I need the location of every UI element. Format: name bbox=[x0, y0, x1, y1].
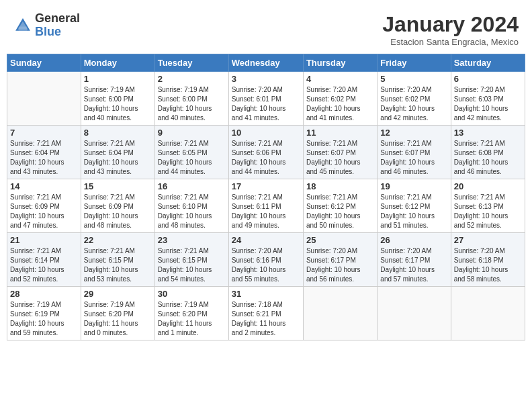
day-info: Sunrise: 7:20 AM Sunset: 6:16 PM Dayligh… bbox=[232, 246, 300, 284]
day-number: 4 bbox=[306, 74, 374, 84]
day-cell: 20Sunrise: 7:21 AM Sunset: 6:13 PM Dayli… bbox=[451, 179, 525, 233]
day-number: 14 bbox=[10, 181, 78, 191]
col-header-saturday: Saturday bbox=[451, 54, 525, 72]
day-number: 11 bbox=[306, 128, 374, 138]
day-number: 26 bbox=[380, 235, 447, 245]
day-number: 22 bbox=[84, 235, 152, 245]
day-cell: 13Sunrise: 7:21 AM Sunset: 6:08 PM Dayli… bbox=[451, 126, 525, 179]
day-cell: 4Sunrise: 7:20 AM Sunset: 6:02 PM Daylig… bbox=[303, 72, 377, 126]
day-info: Sunrise: 7:21 AM Sunset: 6:04 PM Dayligh… bbox=[84, 139, 152, 177]
col-header-monday: Monday bbox=[81, 54, 154, 72]
day-info: Sunrise: 7:20 AM Sunset: 6:17 PM Dayligh… bbox=[380, 246, 447, 284]
logo-icon bbox=[13, 16, 32, 35]
day-cell: 7Sunrise: 7:21 AM Sunset: 6:04 PM Daylig… bbox=[7, 126, 81, 179]
day-info: Sunrise: 7:21 AM Sunset: 6:08 PM Dayligh… bbox=[454, 139, 522, 177]
day-info: Sunrise: 7:19 AM Sunset: 6:19 PM Dayligh… bbox=[10, 300, 78, 338]
day-info: Sunrise: 7:21 AM Sunset: 6:07 PM Dayligh… bbox=[306, 139, 374, 177]
day-number: 12 bbox=[380, 128, 447, 138]
page-header: General Blue January 2024 Estacion Santa… bbox=[7, 7, 525, 50]
logo: General Blue bbox=[13, 12, 80, 39]
day-number: 5 bbox=[380, 74, 447, 84]
logo-blue: Blue bbox=[35, 26, 80, 39]
day-cell: 23Sunrise: 7:21 AM Sunset: 6:15 PM Dayli… bbox=[154, 233, 228, 287]
day-cell: 3Sunrise: 7:20 AM Sunset: 6:01 PM Daylig… bbox=[228, 72, 303, 126]
day-cell: 6Sunrise: 7:20 AM Sunset: 6:03 PM Daylig… bbox=[451, 72, 525, 126]
day-cell: 15Sunrise: 7:21 AM Sunset: 6:09 PM Dayli… bbox=[81, 179, 154, 233]
day-info: Sunrise: 7:19 AM Sunset: 6:20 PM Dayligh… bbox=[84, 300, 152, 338]
day-number: 9 bbox=[158, 128, 226, 138]
day-info: Sunrise: 7:21 AM Sunset: 6:11 PM Dayligh… bbox=[232, 193, 300, 230]
day-number: 31 bbox=[232, 289, 300, 299]
day-number: 6 bbox=[454, 74, 522, 84]
day-cell: 26Sunrise: 7:20 AM Sunset: 6:17 PM Dayli… bbox=[378, 233, 451, 287]
day-cell: 25Sunrise: 7:20 AM Sunset: 6:17 PM Dayli… bbox=[303, 233, 377, 287]
day-cell: 24Sunrise: 7:20 AM Sunset: 6:16 PM Dayli… bbox=[228, 233, 303, 287]
day-info: Sunrise: 7:21 AM Sunset: 6:12 PM Dayligh… bbox=[306, 193, 374, 230]
day-cell: 31Sunrise: 7:18 AM Sunset: 6:21 PM Dayli… bbox=[228, 287, 303, 340]
day-info: Sunrise: 7:21 AM Sunset: 6:06 PM Dayligh… bbox=[232, 139, 300, 177]
day-number: 24 bbox=[232, 235, 300, 245]
month-title: January 2024 bbox=[382, 12, 519, 37]
day-info: Sunrise: 7:20 AM Sunset: 6:02 PM Dayligh… bbox=[306, 85, 374, 123]
day-info: Sunrise: 7:21 AM Sunset: 6:15 PM Dayligh… bbox=[84, 246, 152, 284]
day-number: 3 bbox=[232, 74, 300, 84]
day-number: 17 bbox=[232, 181, 300, 191]
day-cell: 5Sunrise: 7:20 AM Sunset: 6:02 PM Daylig… bbox=[378, 72, 451, 126]
logo-general: General bbox=[35, 12, 80, 26]
day-cell: 28Sunrise: 7:19 AM Sunset: 6:19 PM Dayli… bbox=[7, 287, 81, 340]
day-info: Sunrise: 7:21 AM Sunset: 6:12 PM Dayligh… bbox=[380, 193, 447, 230]
svg-rect-2 bbox=[19, 26, 27, 30]
day-info: Sunrise: 7:21 AM Sunset: 6:07 PM Dayligh… bbox=[380, 139, 447, 177]
week-row-2: 7Sunrise: 7:21 AM Sunset: 6:04 PM Daylig… bbox=[7, 126, 525, 179]
day-info: Sunrise: 7:18 AM Sunset: 6:21 PM Dayligh… bbox=[232, 300, 300, 338]
day-info: Sunrise: 7:20 AM Sunset: 6:17 PM Dayligh… bbox=[306, 246, 374, 284]
day-cell bbox=[451, 287, 525, 340]
day-number: 27 bbox=[454, 235, 522, 245]
col-header-thursday: Thursday bbox=[303, 54, 377, 72]
day-number: 13 bbox=[454, 128, 522, 138]
calendar-table: SundayMondayTuesdayWednesdayThursdayFrid… bbox=[7, 54, 525, 340]
day-cell bbox=[303, 287, 377, 340]
day-number: 23 bbox=[158, 235, 226, 245]
day-cell: 11Sunrise: 7:21 AM Sunset: 6:07 PM Dayli… bbox=[303, 126, 377, 179]
day-number: 1 bbox=[84, 74, 152, 84]
day-info: Sunrise: 7:20 AM Sunset: 6:01 PM Dayligh… bbox=[232, 85, 300, 123]
day-cell: 1Sunrise: 7:19 AM Sunset: 6:00 PM Daylig… bbox=[81, 72, 154, 126]
day-info: Sunrise: 7:19 AM Sunset: 6:20 PM Dayligh… bbox=[158, 300, 226, 338]
title-block: January 2024 Estacion Santa Engracia, Me… bbox=[382, 12, 519, 47]
day-cell: 30Sunrise: 7:19 AM Sunset: 6:20 PM Dayli… bbox=[154, 287, 228, 340]
day-info: Sunrise: 7:21 AM Sunset: 6:15 PM Dayligh… bbox=[158, 246, 226, 284]
day-cell: 22Sunrise: 7:21 AM Sunset: 6:15 PM Dayli… bbox=[81, 233, 154, 287]
day-info: Sunrise: 7:21 AM Sunset: 6:04 PM Dayligh… bbox=[10, 139, 78, 177]
day-cell: 16Sunrise: 7:21 AM Sunset: 6:10 PM Dayli… bbox=[154, 179, 228, 233]
day-cell: 10Sunrise: 7:21 AM Sunset: 6:06 PM Dayli… bbox=[228, 126, 303, 179]
col-header-sunday: Sunday bbox=[7, 54, 81, 72]
day-cell: 12Sunrise: 7:21 AM Sunset: 6:07 PM Dayli… bbox=[378, 126, 451, 179]
day-info: Sunrise: 7:20 AM Sunset: 6:02 PM Dayligh… bbox=[380, 85, 447, 123]
day-number: 15 bbox=[84, 181, 152, 191]
day-number: 19 bbox=[380, 181, 447, 191]
col-header-wednesday: Wednesday bbox=[228, 54, 303, 72]
day-number: 29 bbox=[84, 289, 152, 299]
col-header-tuesday: Tuesday bbox=[154, 54, 228, 72]
day-number: 8 bbox=[84, 128, 152, 138]
day-number: 18 bbox=[306, 181, 374, 191]
day-number: 20 bbox=[454, 181, 522, 191]
week-row-3: 14Sunrise: 7:21 AM Sunset: 6:09 PM Dayli… bbox=[7, 179, 525, 233]
day-cell: 29Sunrise: 7:19 AM Sunset: 6:20 PM Dayli… bbox=[81, 287, 154, 340]
day-number: 21 bbox=[10, 235, 78, 245]
day-number: 30 bbox=[158, 289, 226, 299]
day-info: Sunrise: 7:21 AM Sunset: 6:09 PM Dayligh… bbox=[10, 193, 78, 230]
day-cell: 18Sunrise: 7:21 AM Sunset: 6:12 PM Dayli… bbox=[303, 179, 377, 233]
week-row-4: 21Sunrise: 7:21 AM Sunset: 6:14 PM Dayli… bbox=[7, 233, 525, 287]
day-cell: 21Sunrise: 7:21 AM Sunset: 6:14 PM Dayli… bbox=[7, 233, 81, 287]
day-cell: 8Sunrise: 7:21 AM Sunset: 6:04 PM Daylig… bbox=[81, 126, 154, 179]
header-row: SundayMondayTuesdayWednesdayThursdayFrid… bbox=[7, 54, 525, 72]
week-row-1: 1Sunrise: 7:19 AM Sunset: 6:00 PM Daylig… bbox=[7, 72, 525, 126]
day-info: Sunrise: 7:21 AM Sunset: 6:09 PM Dayligh… bbox=[84, 193, 152, 230]
day-number: 16 bbox=[158, 181, 226, 191]
day-cell: 19Sunrise: 7:21 AM Sunset: 6:12 PM Dayli… bbox=[378, 179, 451, 233]
day-info: Sunrise: 7:19 AM Sunset: 6:00 PM Dayligh… bbox=[84, 85, 152, 123]
day-number: 2 bbox=[158, 74, 226, 84]
logo-text: General Blue bbox=[35, 12, 80, 39]
